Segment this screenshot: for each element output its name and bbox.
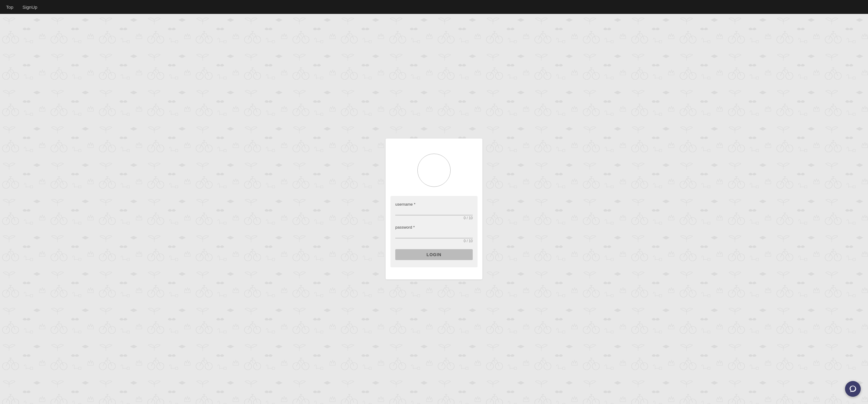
login-card: username * 0 / 10 password * 0 / 10 LOGI… (385, 138, 483, 279)
chat-icon (849, 385, 857, 393)
navbar: Top SignUp (0, 0, 868, 14)
chat-button[interactable] (845, 381, 861, 397)
password-input[interactable] (395, 231, 473, 238)
nav-signup-link[interactable]: SignUp (22, 4, 37, 10)
avatar (417, 154, 451, 187)
avatar-section (385, 138, 483, 196)
password-group: password * 0 / 10 (395, 225, 473, 243)
password-char-count: 0 / 10 (395, 239, 473, 243)
password-label: password * (395, 225, 473, 229)
username-group: username * 0 / 10 (395, 202, 473, 220)
main-content: username * 0 / 10 password * 0 / 10 LOGI… (0, 14, 868, 404)
username-char-count: 0 / 10 (395, 216, 473, 220)
nav-top-link[interactable]: Top (6, 4, 13, 10)
username-label: username * (395, 202, 473, 207)
login-button[interactable]: LOGIN (395, 249, 473, 260)
login-form: username * 0 / 10 password * 0 / 10 LOGI… (391, 196, 477, 267)
username-input[interactable] (395, 208, 473, 215)
